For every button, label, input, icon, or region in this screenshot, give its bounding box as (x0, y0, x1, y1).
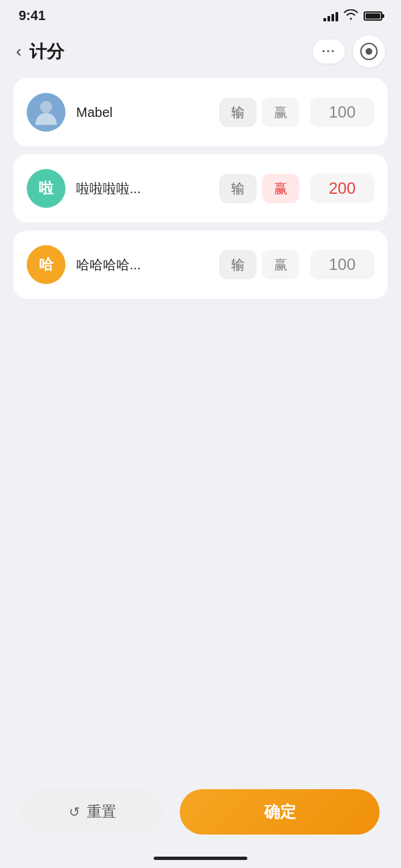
header: ‹ 计分 ··· (0, 29, 401, 78)
lose-button-la[interactable]: 输 (219, 174, 257, 203)
reset-icon: ↺ (69, 804, 80, 820)
more-button[interactable]: ··· (313, 39, 345, 63)
avatar-la: 啦 (27, 169, 65, 208)
score-mabel: 100 (310, 98, 374, 127)
back-button[interactable]: ‹ (16, 42, 21, 61)
header-left: ‹ 计分 (16, 40, 64, 63)
record-dot-icon (366, 48, 372, 55)
record-button[interactable] (353, 35, 385, 67)
avatar-ha: 哈 (27, 245, 65, 284)
player-card-la: 啦 啦啦啦啦... 输 赢 200 (13, 154, 388, 223)
signal-icon (323, 11, 338, 21)
win-button-la[interactable]: 赢 (262, 174, 299, 203)
win-lose-group-la: 输 赢 (219, 174, 299, 203)
page-title: 计分 (29, 40, 64, 63)
player-name-ha: 哈哈哈哈... (76, 256, 209, 274)
battery-icon (364, 11, 382, 21)
home-indicator (154, 857, 247, 860)
player-name-la: 啦啦啦啦... (76, 180, 209, 198)
header-right: ··· (313, 35, 385, 67)
win-button-ha[interactable]: 赢 (262, 250, 299, 279)
more-dots-icon: ··· (321, 45, 336, 59)
player-card-ha: 哈 哈哈哈哈... 输 赢 100 (13, 231, 388, 299)
wifi-icon (344, 9, 358, 23)
lose-button-ha[interactable]: 输 (219, 250, 257, 279)
lose-button-mabel[interactable]: 输 (219, 98, 257, 127)
player-list: Mabel 输 赢 100 啦 啦啦啦啦... 输 赢 200 (0, 78, 401, 299)
status-icons (323, 9, 382, 23)
svg-point-0 (40, 101, 52, 113)
reset-button[interactable]: ↺ 重置 (21, 789, 164, 835)
player-card-mabel: Mabel 输 赢 100 (13, 78, 388, 146)
win-lose-group-ha: 输 赢 (219, 250, 299, 279)
record-circle-icon (360, 43, 378, 60)
score-ha: 100 (310, 250, 374, 279)
status-time: 9:41 (19, 8, 45, 23)
player-name-mabel: Mabel (76, 105, 209, 120)
win-button-mabel[interactable]: 赢 (262, 98, 299, 127)
status-bar: 9:41 (0, 0, 401, 29)
win-lose-group-mabel: 输 赢 (219, 98, 299, 127)
bottom-bar: ↺ 重置 确定 (0, 789, 401, 835)
avatar-mabel (27, 93, 65, 132)
confirm-button[interactable]: 确定 (180, 789, 380, 835)
score-la: 200 (310, 174, 374, 203)
confirm-label: 确定 (264, 801, 296, 823)
reset-label: 重置 (87, 802, 116, 822)
